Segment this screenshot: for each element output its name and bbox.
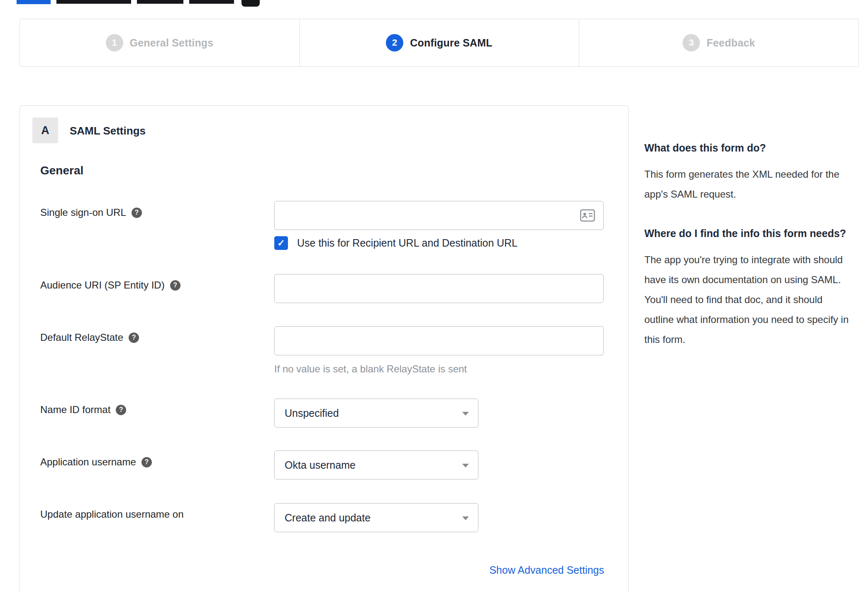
sso-url-label: Single sign-on URL ? [40,207,142,218]
update-username-value: Create and update [285,512,371,524]
relay-state-hint: If no value is set, a blank RelayState i… [274,363,467,375]
configure-saml-page: { "icons": { "help": "?", "check": "✓" }… [0,0,868,592]
help-answer-2: The app you're trying to integrate with … [644,250,854,350]
relay-state-input[interactable] [274,326,604,355]
application-username-label: Application username ? [40,456,152,468]
recipient-url-checkbox-label: Use this for Recipient URL and Destinati… [297,237,517,249]
help-icon[interactable]: ? [116,405,126,415]
audience-uri-label-text: Audience URI (SP Entity ID) [40,279,165,291]
name-id-format-label: Name ID format ? [40,404,126,416]
application-username-select[interactable]: Okta username [274,450,478,479]
recipient-url-checkbox[interactable]: ✓ [274,236,288,250]
update-username-select[interactable]: Create and update [274,503,478,532]
help-icon[interactable]: ? [141,457,152,467]
cutoff-header-title-fragment [56,0,131,4]
relay-state-label-text: Default RelayState [40,332,123,343]
help-question-2: Where do I find the info this form needs… [644,223,854,243]
recipient-url-checkbox-row: ✓ Use this for Recipient URL and Destina… [274,236,517,250]
step-feedback[interactable]: 3 Feedback [579,19,858,66]
wizard-stepper: 1 General Settings 2 Configure SAML 3 Fe… [20,19,859,67]
audience-uri-input[interactable] [274,274,604,303]
cutoff-app-logo-fragment [241,0,260,7]
help-answer-1: This form generates the XML needed for t… [644,164,854,204]
chevron-down-icon [462,412,469,416]
name-id-format-label-text: Name ID format [40,404,110,416]
cutoff-header-link-fragment [17,0,51,4]
cutoff-header-title-fragment [137,0,183,4]
sso-url-label-text: Single sign-on URL [40,207,126,218]
help-icon[interactable]: ? [170,280,180,291]
chevron-down-icon [462,464,469,467]
chevron-down-icon [462,516,469,520]
contact-card-icon[interactable] [580,209,595,222]
application-username-value: Okta username [285,459,356,471]
step-general-settings[interactable]: 1 General Settings [20,19,299,66]
audience-uri-label: Audience URI (SP Entity ID) ? [40,279,180,291]
cutoff-header-title-fragment [189,0,234,4]
show-advanced-settings-link[interactable]: Show Advanced Settings [489,564,604,576]
saml-settings-panel: A SAML Settings General Single sign-on U… [20,105,629,592]
relay-state-label: Default RelayState ? [40,332,139,343]
update-username-label: Update application username on [40,509,184,520]
name-id-format-select[interactable]: Unspecified [274,399,478,428]
step-label: General Settings [130,37,214,49]
step-number-badge: 3 [683,34,700,51]
panel-title: SAML Settings [70,125,146,137]
sso-url-input[interactable] [274,201,604,230]
general-section-title: General [40,164,83,177]
help-icon[interactable]: ? [132,208,142,218]
name-id-format-value: Unspecified [285,407,339,419]
step-number-badge: 1 [106,34,123,51]
section-a-badge: A [32,117,58,143]
update-username-label-text: Update application username on [40,509,184,520]
step-configure-saml[interactable]: 2 Configure SAML [299,19,579,66]
step-label: Configure SAML [410,37,493,49]
application-username-label-text: Application username [40,456,136,468]
step-number-badge: 2 [386,34,403,51]
help-question-1: What does this form do? [644,138,854,158]
help-sidebar: What does this form do? This form genera… [644,138,854,350]
help-icon[interactable]: ? [129,333,139,343]
step-label: Feedback [707,37,755,49]
